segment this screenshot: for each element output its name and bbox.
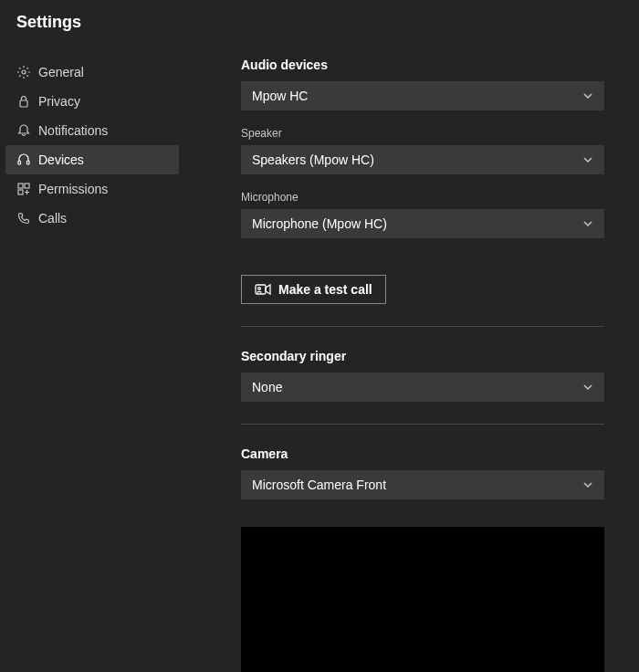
settings-content: Audio devices Mpow HC Speaker Speakers (…	[192, 58, 639, 672]
chevron-down-icon	[582, 382, 593, 393]
chevron-down-icon	[582, 218, 593, 229]
chevron-down-icon	[582, 90, 593, 101]
sidebar: General Privacy Notifications Devices Pe…	[0, 58, 192, 672]
speaker-select[interactable]: Speakers (Mpow HC)	[241, 145, 604, 174]
svg-rect-3	[27, 161, 30, 164]
sidebar-item-label: Notifications	[38, 123, 108, 138]
sidebar-item-label: General	[38, 65, 84, 79]
audio-device-value: Mpow HC	[252, 89, 308, 103]
lock-icon	[16, 94, 31, 109]
sidebar-item-permissions[interactable]: Permissions	[5, 174, 179, 204]
test-call-icon	[255, 283, 271, 296]
phone-icon	[16, 211, 31, 226]
sidebar-item-label: Privacy	[38, 94, 80, 109]
speaker-value: Speakers (Mpow HC)	[252, 152, 374, 167]
sidebar-item-label: Permissions	[38, 182, 108, 196]
speaker-label: Speaker	[241, 127, 639, 140]
test-call-label: Make a test call	[278, 282, 372, 297]
camera-preview	[241, 527, 604, 672]
camera-section: Camera Microsoft Camera Front	[241, 446, 639, 672]
camera-select[interactable]: Microsoft Camera Front	[241, 470, 604, 499]
divider	[241, 326, 604, 327]
svg-point-0	[22, 70, 26, 74]
divider	[241, 424, 604, 425]
app-icon	[16, 182, 31, 196]
chevron-down-icon	[582, 479, 593, 490]
secondary-ringer-heading: Secondary ringer	[241, 349, 639, 363]
bell-icon	[16, 123, 31, 138]
svg-rect-5	[25, 184, 29, 188]
sidebar-item-privacy[interactable]: Privacy	[5, 87, 179, 116]
svg-point-8	[258, 288, 261, 290]
page-title: Settings	[0, 0, 639, 32]
camera-value: Microsoft Camera Front	[252, 478, 386, 492]
audio-device-select[interactable]: Mpow HC	[241, 81, 604, 110]
audio-devices-heading: Audio devices	[241, 58, 639, 72]
microphone-select[interactable]: Microphone (Mpow HC)	[241, 209, 604, 238]
microphone-value: Microphone (Mpow HC)	[252, 216, 387, 231]
headset-icon	[16, 152, 31, 167]
svg-rect-1	[20, 100, 27, 107]
sidebar-item-devices[interactable]: Devices	[5, 145, 179, 174]
sidebar-item-notifications[interactable]: Notifications	[5, 116, 179, 145]
svg-rect-6	[18, 190, 23, 194]
chevron-down-icon	[582, 154, 593, 165]
audio-devices-section: Audio devices Mpow HC Speaker Speakers (…	[241, 58, 639, 304]
svg-rect-4	[18, 184, 23, 188]
sidebar-item-label: Calls	[38, 211, 67, 226]
microphone-label: Microphone	[241, 191, 639, 204]
secondary-ringer-section: Secondary ringer None	[241, 349, 639, 402]
secondary-ringer-value: None	[252, 380, 282, 394]
secondary-ringer-select[interactable]: None	[241, 373, 604, 402]
camera-heading: Camera	[241, 446, 639, 461]
make-test-call-button[interactable]: Make a test call	[241, 275, 386, 304]
sidebar-item-calls[interactable]: Calls	[5, 204, 179, 233]
sidebar-item-general[interactable]: General	[5, 58, 179, 87]
gear-icon	[16, 65, 31, 79]
settings-layout: General Privacy Notifications Devices Pe…	[0, 58, 639, 672]
svg-rect-2	[18, 161, 21, 164]
sidebar-item-label: Devices	[38, 152, 84, 167]
